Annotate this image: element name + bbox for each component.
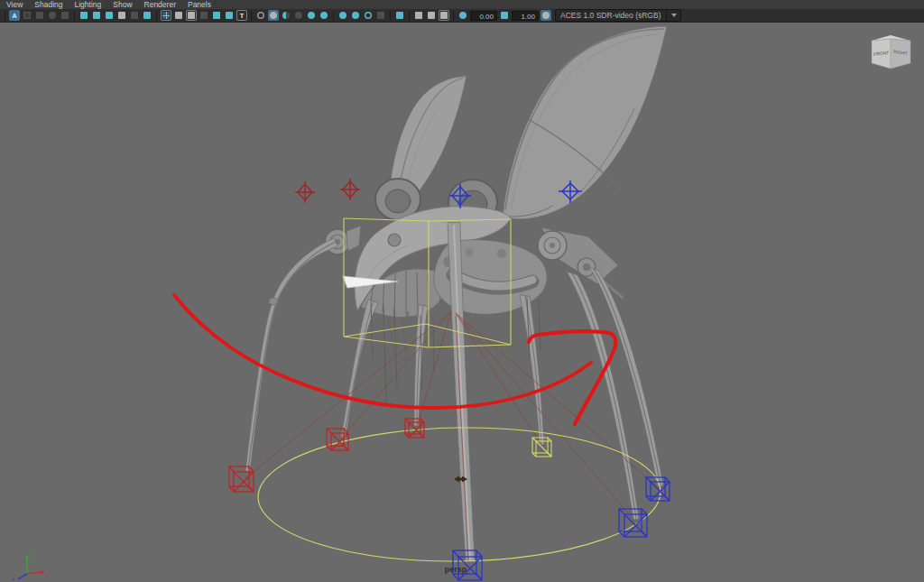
view-cube[interactable]: FRONT RIGHT: [872, 35, 910, 69]
toolbar-separator: [5, 11, 5, 21]
safe-action-icon[interactable]: [224, 10, 235, 21]
menu-show[interactable]: Show: [113, 0, 132, 9]
field-chart-icon[interactable]: [211, 10, 222, 21]
gate-mask-icon[interactable]: [199, 10, 209, 21]
shaded-icon[interactable]: [268, 10, 279, 21]
exposure-field[interactable]: 0.00: [470, 11, 497, 21]
selection-mode-icon[interactable]: A: [9, 10, 20, 21]
creature-model[interactable]: [245, 26, 667, 561]
red-locator-1[interactable]: [295, 181, 315, 203]
xray-icon[interactable]: [350, 10, 361, 21]
duplicate-icon[interactable]: [413, 10, 424, 21]
gamma-icon[interactable]: [499, 10, 510, 21]
paint-select-icon[interactable]: [47, 10, 58, 21]
wireframe-icon[interactable]: [255, 10, 266, 21]
plugin-shading-icon[interactable]: [375, 10, 386, 21]
toolbar-separator: [390, 11, 391, 21]
toolbar-separator: [156, 11, 157, 21]
rig-guide-lines: [245, 311, 659, 561]
color-management-icon[interactable]: [541, 10, 551, 21]
copy-icon[interactable]: [426, 10, 437, 21]
axis-y-label: y: [30, 552, 32, 558]
lasso-select-icon[interactable]: [34, 10, 45, 21]
pencil-icon[interactable]: [142, 10, 152, 21]
film-gate-icon[interactable]: [173, 10, 184, 21]
camera-label: persp: [445, 565, 467, 574]
camera-bookmark-icon[interactable]: [104, 10, 115, 21]
red-locator-2[interactable]: [340, 179, 360, 200]
toolbar-separator: [251, 11, 252, 21]
menu-panels[interactable]: Panels: [188, 0, 211, 9]
colorspace-dropdown[interactable]: ACES 1.0 SDR-video (sRGB): [555, 9, 681, 22]
leg-right-2: [567, 272, 639, 520]
camera-attributes-icon[interactable]: [91, 10, 102, 21]
shadows-icon[interactable]: [306, 10, 317, 21]
select-object-icon[interactable]: [22, 10, 32, 21]
toolbar-separator: [333, 11, 334, 21]
component-select-icon[interactable]: [60, 10, 70, 21]
screen-space-ao-icon[interactable]: [319, 10, 329, 21]
menu-lighting[interactable]: Lighting: [74, 0, 101, 9]
select-camera-icon[interactable]: [79, 10, 89, 21]
use-all-lights-icon[interactable]: [293, 10, 304, 21]
image-plane-icon[interactable]: [439, 10, 449, 21]
legs: [245, 223, 663, 561]
gamma-field[interactable]: 1.00: [512, 11, 539, 21]
menu-renderer[interactable]: Renderer: [144, 0, 176, 9]
textured-icon[interactable]: [281, 10, 291, 21]
default-material-icon[interactable]: [337, 10, 348, 21]
axis-x-label: x: [46, 573, 49, 578]
toolbar-separator: [74, 11, 75, 21]
panel-menubar: View Shading Lighting Show Renderer Pane…: [0, 0, 924, 9]
wireframe-on-shaded-icon[interactable]: [363, 10, 374, 21]
menu-view[interactable]: View: [6, 0, 23, 9]
colorspace-value: ACES 1.0 SDR-video (sRGB): [556, 10, 666, 21]
grid-icon[interactable]: [161, 10, 171, 21]
viewport-3d[interactable]: persp FRONT RIGHT y x z: [0, 23, 924, 582]
leg-far-left: [245, 238, 337, 472]
menu-shading[interactable]: Shading: [34, 0, 62, 9]
panel-toolbar: A T 0.00 1.00 ACES 1.0 SDR-video (sRGB): [0, 9, 924, 23]
isolate-select-icon[interactable]: [394, 10, 405, 21]
axis-z-label: z: [12, 577, 14, 582]
toolbar-separator: [453, 11, 454, 21]
exposure-icon[interactable]: [457, 10, 468, 21]
axis-gizmo: y x z: [12, 552, 49, 582]
bookmark-icon[interactable]: [116, 10, 127, 21]
grease-pencil-icon[interactable]: [129, 10, 140, 21]
safe-title-icon[interactable]: T: [236, 10, 247, 21]
colorspace-dropdown-arrow[interactable]: [666, 10, 680, 21]
toolbar-separator: [409, 11, 410, 21]
resolution-gate-icon[interactable]: [186, 10, 197, 21]
far-wing: [503, 26, 667, 219]
